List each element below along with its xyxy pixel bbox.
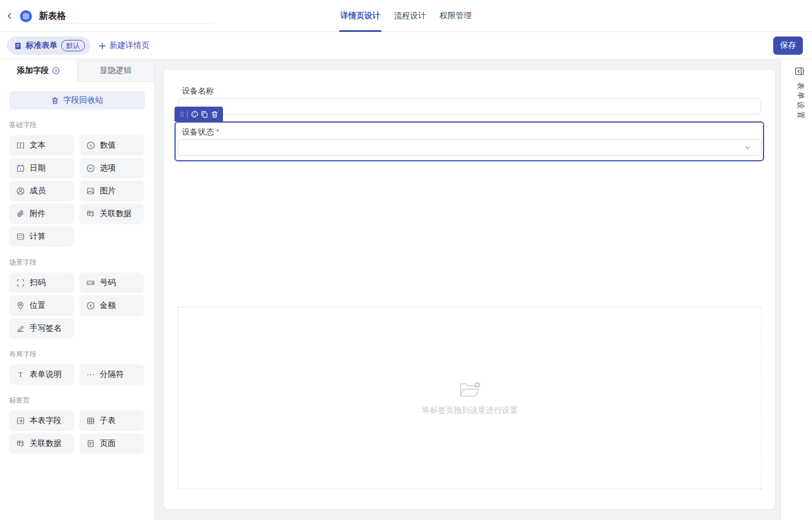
field-item-number[interactable]: 9数值 xyxy=(79,135,144,156)
header-left: 新表格 xyxy=(3,0,66,32)
svg-text:T: T xyxy=(18,371,23,379)
dropzone-hint-text: 将标签页拖到这里进行设置 xyxy=(422,405,518,416)
field-item-linked-data[interactable]: 关联数据 xyxy=(79,204,144,224)
section-title-layout-fields: 布局字段 xyxy=(9,350,145,359)
location-field-icon xyxy=(16,301,25,310)
collapse-panel-icon[interactable] xyxy=(794,66,805,76)
tab-page-dropzone[interactable]: 将标签页拖到这里进行设置 xyxy=(178,307,762,489)
attachment-field-icon xyxy=(16,209,25,218)
section-title-tab-page: 标签页 xyxy=(9,396,145,405)
tab-flow-design[interactable]: 流程设计 xyxy=(393,0,427,32)
number-field-icon: 9 xyxy=(86,141,95,150)
field-item-scan[interactable]: 扫码 xyxy=(9,273,74,293)
field-item-text[interactable]: 文本 xyxy=(9,135,74,156)
back-button[interactable] xyxy=(3,10,16,22)
tab-add-field[interactable]: 添加字段 ? xyxy=(0,59,77,82)
plus-icon xyxy=(98,42,107,50)
device-status-select[interactable] xyxy=(178,139,761,156)
default-badge: 默认 xyxy=(61,40,85,51)
divider-field-icon xyxy=(86,370,95,379)
field-sidebar: 添加字段 ? 显隐逻辑 字段回收站 基础字段 文本 9数值 1日期 选项 成员 … xyxy=(0,59,155,520)
date-field-icon: 1 xyxy=(16,164,25,173)
field-label-device-name: 设备名称 xyxy=(182,86,214,96)
calc-field-icon xyxy=(16,232,25,241)
svg-text:9: 9 xyxy=(90,143,92,148)
option-field-icon xyxy=(86,164,95,173)
sidebar-tabs: 添加字段 ? 显隐逻辑 xyxy=(0,59,154,82)
selected-field-toolbar xyxy=(174,107,223,121)
svg-text:1: 1 xyxy=(19,168,22,171)
this-table-field-icon xyxy=(16,416,25,425)
field-item-location[interactable]: 位置 xyxy=(9,295,74,316)
form-doc-icon xyxy=(14,42,22,50)
drag-handle-icon[interactable] xyxy=(178,109,185,119)
section-title-basic-fields: 基础字段 xyxy=(9,120,145,130)
field-item-linked-data-tab[interactable]: 关联数据 xyxy=(9,433,74,454)
subtable-field-icon xyxy=(86,416,95,425)
svg-text:?: ? xyxy=(54,68,57,74)
image-field-icon xyxy=(86,186,95,196)
tab-page-field-grid: 本表字段 子表 关联数据 页面 xyxy=(9,411,145,454)
layout-field-grid: T表单说明 分隔符 xyxy=(9,364,145,385)
field-item-page[interactable]: 页面 xyxy=(79,433,144,454)
field-item-number-plate[interactable]: 123号码 xyxy=(79,273,144,293)
trash-icon[interactable] xyxy=(210,109,219,119)
field-item-signature[interactable]: 手写签名 xyxy=(9,318,74,339)
field-recycle-bin-button[interactable]: 字段回收站 xyxy=(9,91,145,109)
copy-icon[interactable] xyxy=(200,109,209,119)
scan-field-icon xyxy=(16,278,25,287)
form-note-field-icon: T xyxy=(16,370,25,379)
header-tabs: 详情页设计 流程设计 权限管理 xyxy=(0,0,812,32)
linked-data-field-icon xyxy=(86,209,95,218)
form-settings-label[interactable]: 表单设置 xyxy=(795,82,806,121)
field-label-device-status: 设备状态* xyxy=(182,127,219,137)
folder-plus-icon xyxy=(458,380,481,400)
member-field-icon xyxy=(16,186,25,196)
toolbar-separator xyxy=(187,111,188,118)
linked-data-field-icon xyxy=(16,439,25,448)
form-designer-app: 新表格 详情页设计 流程设计 权限管理 标准表单 默认 新建详情页 保存 添加字… xyxy=(0,0,812,520)
title-edit-underline xyxy=(33,23,213,24)
device-name-input[interactable] xyxy=(178,98,761,115)
chevron-left-icon xyxy=(6,12,14,20)
field-item-member[interactable]: 成员 xyxy=(9,181,74,201)
number-plate-field-icon: 123 xyxy=(86,278,95,287)
tab-show-hide-logic[interactable]: 显隐逻辑 xyxy=(77,59,155,82)
field-item-date[interactable]: 1日期 xyxy=(9,158,74,178)
field-item-divider[interactable]: 分隔符 xyxy=(79,364,144,385)
field-item-subtable[interactable]: 子表 xyxy=(79,411,144,431)
standard-form-pill[interactable]: 标准表单 默认 xyxy=(7,36,91,55)
question-circle-icon[interactable]: ? xyxy=(52,67,60,75)
field-item-form-note[interactable]: T表单说明 xyxy=(9,364,74,385)
section-title-scene-fields: 场景字段 xyxy=(9,258,145,267)
signature-field-icon xyxy=(16,324,25,333)
tab-detail-page-design[interactable]: 详情页设计 xyxy=(339,0,381,32)
form-title[interactable]: 新表格 xyxy=(39,10,66,22)
selected-field-device-status[interactable]: 设备状态* xyxy=(174,121,764,161)
required-asterisk: * xyxy=(216,127,219,136)
field-item-calc[interactable]: 计算 xyxy=(9,226,74,247)
field-item-attachment[interactable]: 附件 xyxy=(9,204,74,224)
form-canvas: 设备名称 设备状态* 将标签页拖到这里进行设置 xyxy=(164,70,775,509)
tab-permission-management[interactable]: 权限管理 xyxy=(439,0,473,32)
form-pill-label: 标准表单 xyxy=(26,40,58,51)
sidebar-body: 字段回收站 基础字段 文本 9数值 1日期 选项 成员 图片 附件 关联数据 计… xyxy=(0,82,154,454)
trash-icon xyxy=(51,96,59,105)
basic-field-grid: 文本 9数值 1日期 选项 成员 图片 附件 关联数据 计算 xyxy=(9,135,145,247)
svg-text:123: 123 xyxy=(88,282,92,285)
field-item-this-table[interactable]: 本表字段 xyxy=(9,411,74,431)
field-item-image[interactable]: 图片 xyxy=(79,181,144,201)
field-item-option[interactable]: 选项 xyxy=(79,158,144,178)
design-canvas-area: 设备名称 设备状态* 将标签页拖到这里进行设置 xyxy=(155,59,780,520)
money-field-icon: ¥ xyxy=(86,301,95,310)
new-detail-page-button[interactable]: 新建详情页 xyxy=(98,36,149,55)
page-field-icon xyxy=(86,439,95,448)
app-grid-icon[interactable] xyxy=(20,10,32,22)
field-item-money[interactable]: ¥金额 xyxy=(79,295,144,316)
form-settings-panel: 表单设置 xyxy=(780,59,812,520)
palette-icon[interactable] xyxy=(190,109,199,119)
svg-text:¥: ¥ xyxy=(90,303,92,308)
header: 新表格 详情页设计 流程设计 权限管理 xyxy=(0,0,812,32)
save-button[interactable]: 保存 xyxy=(773,36,803,55)
text-field-icon xyxy=(16,141,25,150)
